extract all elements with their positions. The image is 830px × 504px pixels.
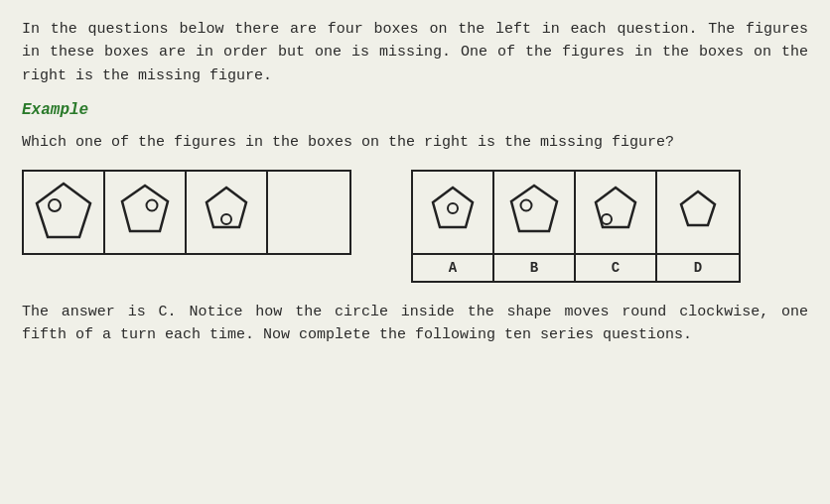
left-cell-1: [24, 172, 105, 253]
svg-point-7: [448, 203, 458, 213]
svg-marker-4: [207, 188, 246, 227]
right-boxes-labels: A B C D: [413, 253, 739, 281]
question-text: Which one of the figures in the boxes on…: [22, 131, 808, 154]
answer-text: The answer is C. Notice how the circle i…: [22, 301, 808, 347]
right-boxes-top: [413, 172, 739, 253]
svg-marker-8: [511, 186, 557, 231]
example-label: Example: [22, 101, 808, 119]
right-cell-b: [494, 172, 576, 253]
svg-marker-0: [37, 184, 90, 237]
left-cell-2: [105, 172, 187, 253]
svg-point-3: [147, 200, 158, 211]
left-cell-4: [268, 172, 349, 253]
right-boxes: A B C D: [411, 170, 741, 283]
left-cell-3: [187, 172, 268, 253]
label-b: B: [494, 255, 576, 281]
label-c: C: [576, 255, 657, 281]
figures-row: A B C D: [22, 170, 808, 283]
right-cell-d: [657, 172, 739, 253]
svg-point-5: [221, 214, 231, 224]
svg-marker-12: [681, 191, 715, 225]
svg-marker-6: [433, 188, 473, 227]
svg-marker-2: [122, 186, 168, 231]
left-boxes: [22, 170, 351, 255]
svg-point-11: [602, 214, 612, 224]
svg-point-1: [49, 199, 61, 211]
intro-text: In the questions below there are four bo…: [22, 18, 808, 87]
label-a: A: [413, 255, 494, 281]
svg-point-9: [521, 200, 532, 211]
label-d: D: [657, 255, 739, 281]
right-cell-a: [413, 172, 494, 253]
right-cell-c: [576, 172, 657, 253]
